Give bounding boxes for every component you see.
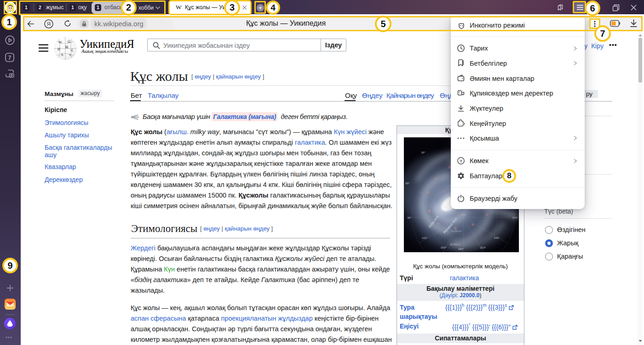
svg-text:W: W xyxy=(58,40,62,45)
svg-text:150°: 150° xyxy=(441,246,447,249)
svg-text:Sun: Sun xyxy=(461,213,466,216)
svg-text:A: A xyxy=(61,53,63,57)
svg-text:И: И xyxy=(58,47,60,51)
svg-text:Я: Я xyxy=(47,21,51,27)
svg-text:30°: 30° xyxy=(421,151,426,154)
svg-text:诶: 诶 xyxy=(65,45,69,49)
svg-text:180°: 180° xyxy=(458,248,464,250)
svg-text:210°: 210° xyxy=(480,246,486,249)
svg-text:120°: 120° xyxy=(422,237,428,239)
svg-text:10,000 ly: 10,000 ly xyxy=(451,230,462,232)
svg-text:270°: 270° xyxy=(512,216,518,219)
svg-text:90°: 90° xyxy=(407,216,412,219)
svg-text:ع: ع xyxy=(71,47,74,51)
svg-text:240°: 240° xyxy=(494,237,500,239)
svg-text:Ω: Ω xyxy=(68,40,70,44)
svg-text:30,000 ly: 30,000 ly xyxy=(450,243,460,246)
svg-text:?: ? xyxy=(460,158,462,164)
svg-text:60°: 60° xyxy=(405,182,410,185)
svg-text:7: 7 xyxy=(8,55,12,61)
